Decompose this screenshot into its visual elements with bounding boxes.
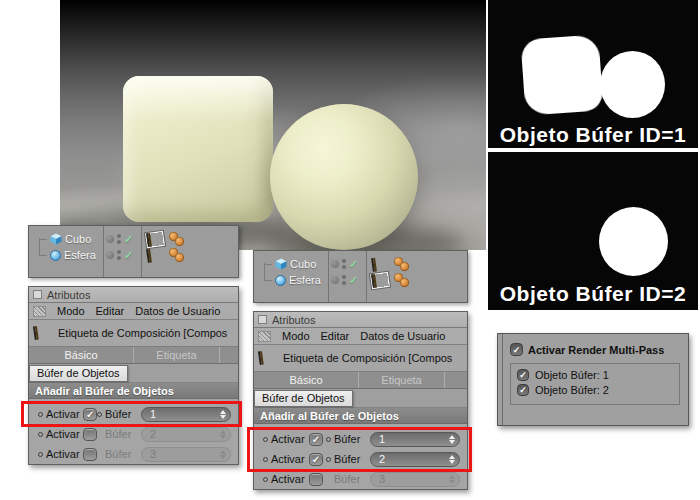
object-manager: Cubo ✓ Esfera (28, 225, 239, 278)
multipass-item-2[interactable]: Objeto Búfer: 2 (517, 384, 673, 396)
tree-branch (39, 239, 47, 240)
render-preview (60, 0, 486, 250)
animation-dot-icon[interactable] (97, 412, 102, 417)
texture-tag-icon[interactable] (168, 232, 185, 246)
composition-tag-icon[interactable] (371, 256, 389, 271)
menu-modo[interactable]: Modo (57, 305, 85, 317)
composition-tag-icon[interactable] (146, 247, 164, 262)
attributes-menubar: Modo Editar Datos de Usuario (29, 303, 238, 320)
visibility-dots-icon[interactable] (117, 234, 121, 244)
grip-icon[interactable] (33, 306, 46, 317)
animation-dot-icon[interactable] (38, 432, 43, 437)
menu-editar[interactable]: Editar (321, 330, 350, 342)
animation-dot-icon[interactable] (263, 437, 268, 442)
buffer-row-2: Activar Búfer 2 (254, 449, 467, 469)
tree-line (39, 238, 40, 256)
layer-dot-icon[interactable] (331, 276, 339, 284)
texture-tag-icon[interactable] (393, 257, 410, 271)
object-row-esfera[interactable]: Esfera ✓ (254, 272, 467, 288)
enabled-check-icon[interactable]: ✓ (349, 275, 358, 286)
tab-stub (219, 347, 238, 363)
activar-label: Activar (271, 433, 309, 445)
object-name[interactable]: Esfera (289, 274, 321, 286)
activar-checkbox[interactable] (83, 408, 97, 421)
animation-dot-icon[interactable] (38, 412, 43, 417)
visibility-dots-icon[interactable] (342, 275, 346, 285)
multipass-item-checkbox[interactable] (517, 384, 529, 396)
texture-tag-icon[interactable] (168, 248, 185, 262)
tab-basico[interactable]: Básico (29, 347, 133, 363)
tab-etiqueta[interactable]: Etiqueta (133, 347, 219, 363)
buffer-row-3: Activar Búfer 3 (29, 444, 238, 464)
menu-modo[interactable]: Modo (282, 330, 310, 342)
multipass-enable-checkbox[interactable] (510, 343, 523, 356)
menu-datos-de-usuario[interactable]: Datos de Usuario (360, 330, 445, 342)
bufer-dropdown[interactable]: 2 (141, 427, 231, 442)
buffer-row-1: Activar Búfer 1 (29, 404, 238, 424)
bufer-label: Búfer (334, 453, 366, 465)
object-row-esfera[interactable]: Esfera ✓ (29, 247, 238, 263)
object-name[interactable]: Cubo (290, 258, 316, 270)
object-name[interactable]: Esfera (64, 249, 96, 261)
composition-tag-icon[interactable] (146, 231, 164, 246)
stepper-icon (449, 475, 455, 484)
activar-checkbox[interactable] (309, 433, 323, 446)
multipass-title: Activar Render Multi-Pass (528, 344, 664, 356)
enabled-check-icon[interactable]: ✓ (124, 234, 133, 245)
tab-basico[interactable]: Básico (254, 372, 358, 388)
animation-dot-icon[interactable] (326, 437, 331, 442)
multipass-item-1[interactable]: Objeto Búfer: 1 (517, 369, 673, 381)
enabled-check-icon[interactable]: ✓ (124, 250, 133, 261)
attributes-menubar: Modo Editar Datos de Usuario (254, 328, 467, 345)
bufer-dropdown[interactable]: 1 (370, 432, 460, 447)
animation-dot-icon[interactable] (326, 457, 331, 462)
visibility-dots-icon[interactable] (342, 259, 346, 269)
subtab-bufer-de-objetos[interactable]: Búfer de Objetos (29, 365, 128, 382)
tree-branch (39, 255, 47, 256)
multipass-list: Objeto Búfer: 1 Objeto Búfer: 2 (510, 363, 680, 405)
attributes-titlebar: Atributos (29, 287, 238, 303)
window-icon[interactable] (33, 290, 42, 299)
tree-branch (264, 280, 272, 281)
tab-etiqueta[interactable]: Etiqueta (358, 372, 444, 388)
buffer-rows: Activar Búfer 1 Activar (29, 399, 238, 464)
layer-dot-icon[interactable] (106, 251, 114, 259)
object-row-cubo[interactable]: Cubo ✓ (29, 231, 238, 247)
grip-icon[interactable] (258, 331, 271, 342)
activar-checkbox[interactable] (83, 428, 97, 441)
cube-icon (275, 258, 287, 270)
bufer-dropdown[interactable]: 2 (370, 452, 460, 467)
c4d-panel-cube: Cubo ✓ Esfera (28, 225, 239, 465)
window-icon[interactable] (258, 315, 267, 324)
activar-label: Activar (46, 428, 83, 440)
bufer-label: Búfer (334, 433, 366, 445)
layer-dot-icon[interactable] (106, 235, 114, 243)
visibility-dots-icon[interactable] (117, 250, 121, 260)
enabled-check-icon[interactable]: ✓ (349, 259, 358, 270)
animation-dot-icon[interactable] (38, 452, 43, 457)
object-name[interactable]: Cubo (65, 233, 91, 245)
animation-dot-icon[interactable] (263, 457, 268, 462)
attributes-title: Atributos (272, 314, 315, 326)
texture-tag-icon[interactable] (393, 273, 410, 287)
composition-tag-icon[interactable] (371, 272, 389, 287)
layer-dot-icon[interactable] (331, 260, 339, 268)
bufer-dropdown[interactable]: 3 (370, 472, 460, 487)
multipass-item-checkbox[interactable] (517, 369, 529, 381)
menu-datos-de-usuario[interactable]: Datos de Usuario (135, 305, 220, 317)
activar-label: Activar (46, 408, 83, 420)
activar-checkbox[interactable] (83, 448, 97, 461)
activar-checkbox[interactable] (309, 473, 323, 486)
menu-editar[interactable]: Editar (96, 305, 125, 317)
sphere-silhouette (600, 51, 665, 118)
animation-dot-icon[interactable] (263, 477, 268, 482)
bufer-dropdown[interactable]: 1 (141, 407, 231, 422)
object-row-cubo[interactable]: Cubo ✓ (254, 256, 467, 272)
subtab-bufer-de-objetos[interactable]: Búfer de Objetos (254, 390, 353, 407)
buffer-row-3: Activar Búfer 3 (254, 469, 467, 489)
tree-line (264, 263, 265, 281)
composition-tag-icon (33, 324, 53, 341)
activar-checkbox[interactable] (309, 453, 323, 466)
bufer-dropdown[interactable]: 3 (141, 447, 231, 462)
buffer-mask-1: Objeto Búfer ID=1 (488, 0, 698, 148)
